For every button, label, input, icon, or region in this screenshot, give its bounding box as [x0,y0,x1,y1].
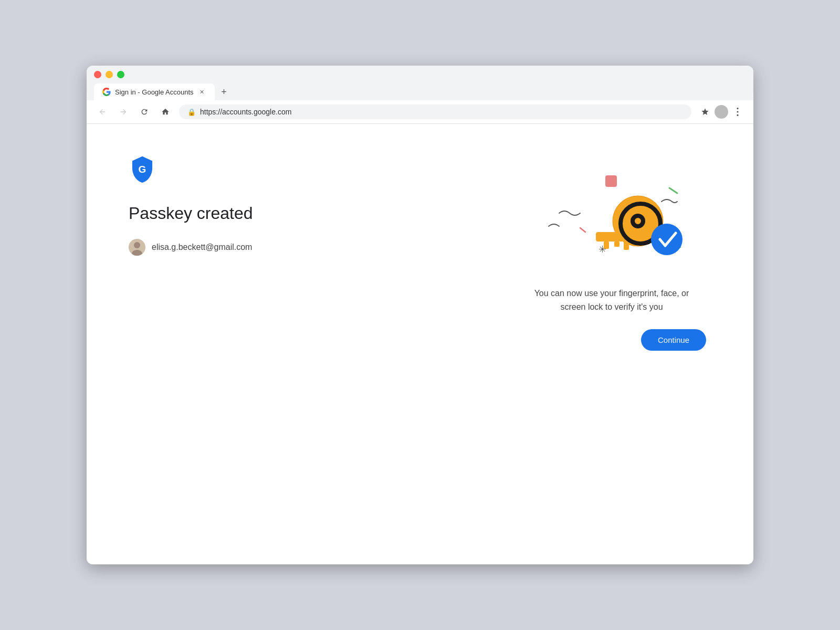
svg-rect-7 [605,175,617,187]
tab-close-button[interactable]: ✕ [198,88,206,96]
back-button[interactable] [95,104,110,119]
google-tab-icon [102,88,111,96]
svg-line-9 [580,228,585,232]
star-icon [701,108,709,116]
url-bar[interactable]: 🔒 https://accounts.google.com [179,104,691,119]
svg-point-1 [737,111,738,112]
tab-title: Sign in - Google Accounts [115,88,194,96]
google-shield-logo: G [129,155,156,183]
key-illustration: ✳ ✕ [528,166,696,271]
left-panel: G Passkey created elisa.g.beckett@gmail.… [129,155,480,256]
browser-window: Sign in - Google Accounts ✕ + 🔒 https://… [87,66,753,564]
continue-button[interactable]: Continue [641,329,706,351]
home-icon [161,108,170,116]
new-tab-button[interactable]: + [217,85,232,99]
toolbar-right [698,104,745,119]
svg-point-0 [737,108,738,109]
address-bar: 🔒 https://accounts.google.com [87,100,753,124]
title-bar: Sign in - Google Accounts ✕ + [87,66,753,100]
svg-rect-16 [614,242,620,247]
tabs-row: Sign in - Google Accounts ✕ + [94,83,746,100]
traffic-lights [94,71,746,78]
active-tab[interactable]: Sign in - Google Accounts ✕ [94,83,215,100]
svg-rect-14 [596,232,643,242]
bookmark-button[interactable] [698,104,712,119]
svg-line-8 [669,188,677,193]
svg-point-5 [134,242,140,248]
svg-rect-15 [604,242,609,249]
page-title: Passkey created [129,204,480,223]
maximize-button[interactable] [117,71,124,78]
page-content: G Passkey created elisa.g.beckett@gmail.… [87,124,753,564]
avatar-image [129,239,145,256]
url-text: https://accounts.google.com [200,108,291,116]
svg-rect-17 [624,242,629,250]
profile-avatar[interactable] [715,105,728,119]
forward-icon [119,108,128,116]
minimize-button[interactable] [106,71,113,78]
user-avatar [129,239,145,256]
user-email: elisa.g.beckett@gmail.com [152,243,252,252]
svg-point-2 [737,114,738,116]
home-button[interactable] [158,104,173,119]
close-button[interactable] [94,71,101,78]
menu-button[interactable] [730,104,745,119]
back-icon [98,108,107,116]
user-row: elisa.g.beckett@gmail.com [129,239,480,256]
svg-text:G: G [139,164,146,175]
description-text: You can now use your fingerprint, face, … [522,287,701,313]
right-panel: ✳ ✕ [512,155,711,351]
reload-icon [140,108,149,116]
more-icon [737,108,739,116]
lock-icon: 🔒 [187,108,196,116]
svg-point-19 [651,224,682,255]
forward-button[interactable] [116,104,131,119]
reload-button[interactable] [137,104,152,119]
